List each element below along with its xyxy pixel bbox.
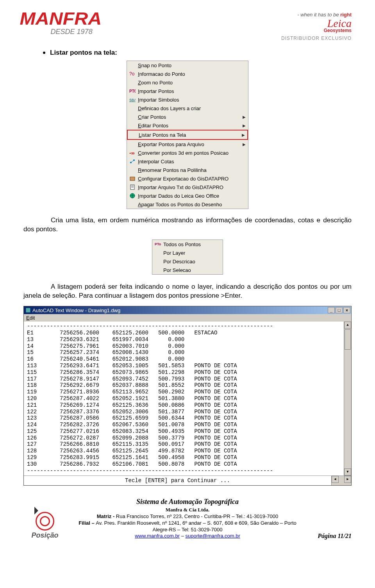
- text-output: ----------------------------------------…: [24, 322, 344, 475]
- menu-label: Por Descricao: [163, 259, 195, 265]
- prompt-text: Tecle [ENTER] para Continuar ...: [24, 476, 331, 485]
- scroll-down-icon[interactable]: ▼: [344, 468, 351, 475]
- menu-label: Importar Pontos: [138, 88, 243, 94]
- menu-item[interactable]: Configurar Exportacao do GisDATAPRO: [127, 174, 248, 183]
- autocad-icon: [25, 307, 31, 313]
- page-number: Página 11/21: [309, 533, 352, 540]
- menu-icon: PTo: [152, 241, 163, 247]
- scroll-up-icon[interactable]: ▲: [344, 322, 351, 329]
- menu-label: Exportar Pontos para Arquivo: [138, 141, 243, 147]
- menu-item[interactable]: Importar Arquivo Txt do GisDATAPRO: [127, 183, 248, 191]
- menu-icon: +30: [127, 148, 138, 157]
- svg-rect-7: [130, 177, 135, 181]
- menu-label: Importar Arquivo Txt do GisDATAPRO: [138, 184, 243, 190]
- leica-sub: Geosystems: [324, 28, 352, 33]
- company-name: Manfra & Cia Ltda.: [71, 507, 304, 513]
- menu-icon: PTO: [127, 87, 138, 95]
- menu-icon: [127, 174, 138, 183]
- menu-label: Apagar Todos os Pontos do Desenho: [138, 202, 243, 207]
- posicao-logo: Posição: [23, 510, 66, 540]
- menu-icon: [127, 78, 138, 87]
- context-menu-1: Snap no Ponto?oInformacao do PontoZoom n…: [127, 61, 248, 209]
- minimize-button[interactable]: _: [328, 307, 335, 313]
- menu-item[interactable]: Zoom no Ponto: [127, 78, 248, 87]
- menu-item[interactable]: Renomear Pontos na Polilinha: [127, 166, 248, 174]
- menu-icon: [127, 191, 138, 200]
- menu-item[interactable]: PToTodos os Pontos: [152, 240, 223, 248]
- menu-item[interactable]: Importar Dados do Leica Geo Office: [127, 191, 248, 200]
- leica-logo-block: - when it has to be right Leica Geosyste…: [281, 12, 352, 41]
- website-link[interactable]: www.manfra.com.br: [135, 533, 180, 539]
- menu-item[interactable]: Interpolar Cotas: [127, 157, 248, 166]
- page-header: MANFRA DESDE 1978 - when it has to be ri…: [23, 12, 352, 41]
- submenu-arrow-icon: ▶: [243, 142, 248, 147]
- menu-icon: [127, 157, 138, 166]
- menu-item[interactable]: Por Selecao: [152, 266, 223, 274]
- section-heading: Listar pontos na tela:: [43, 49, 352, 57]
- menu-icon: [128, 130, 139, 139]
- page-footer: Posição Sistema de Automação Topográfica…: [23, 497, 352, 540]
- horizontal-scrollbar[interactable]: ◄ ►: [331, 476, 351, 485]
- menu-item[interactable]: Apagar Todos os Pontos do Desenho: [127, 200, 248, 209]
- svg-text:+30: +30: [129, 152, 135, 155]
- tagline: - when it has to be right: [297, 12, 352, 18]
- menu-item[interactable]: Exportar Pontos para Arquivo▶: [127, 140, 248, 148]
- brand-name: MANFRA: [20, 12, 102, 25]
- context-menu-2: PToTodos os PontosPor LayerPor Descricao…: [152, 239, 223, 275]
- scroll-right-icon[interactable]: ►: [344, 476, 351, 483]
- menu-label: Configurar Exportacao do GisDATAPRO: [138, 176, 243, 182]
- edit-menu[interactable]: Edit: [24, 314, 351, 322]
- email-link[interactable]: suporte@manfra.com.br: [185, 533, 240, 539]
- maximize-button[interactable]: □: [336, 307, 343, 313]
- menu-item[interactable]: Snap no Ponto: [127, 61, 248, 70]
- vertical-scrollbar[interactable]: ▲ ▼: [344, 322, 351, 475]
- close-button[interactable]: ×: [343, 307, 350, 313]
- menu-label: Zoom no Ponto: [138, 80, 243, 86]
- menu-item[interactable]: SBAImportar Simbolos: [127, 95, 248, 104]
- menu-label: Por Selecao: [163, 267, 191, 273]
- menu-item[interactable]: Listar Pontos na Tela▶: [127, 130, 248, 140]
- menu-label: Renomear Pontos na Polilinha: [138, 167, 243, 173]
- paragraph-1: Cria uma lista, em ordem numérica mostra…: [23, 216, 352, 234]
- menu-item[interactable]: Por Descricao: [152, 257, 223, 266]
- paragraph-2: A listagem poderá ser feita indicando o …: [23, 282, 352, 300]
- menu-icon: [127, 104, 138, 113]
- menu-item[interactable]: PTOImportar Pontos: [127, 87, 248, 95]
- menu-label: Snap no Ponto: [138, 63, 243, 68]
- menu-item[interactable]: Editar Pontos▶: [127, 121, 248, 130]
- svg-line-6: [131, 160, 134, 163]
- menu-icon: [127, 113, 138, 121]
- menu-label: Converter pontos 3d em pontos Posicao: [138, 150, 243, 156]
- svg-text:?o: ?o: [129, 71, 135, 77]
- menu-icon: SBA: [127, 95, 138, 104]
- scroll-left-icon[interactable]: ◄: [332, 476, 339, 483]
- menu-icon: [127, 166, 138, 174]
- distributor-label: DISTRIBUIDOR EXCLUSIVO: [281, 36, 352, 41]
- brand-since: DESDE 1978: [51, 28, 93, 36]
- menu-icon: [127, 140, 138, 148]
- filial-line: Filial – Av. Pres. Franklin Roosevelt, n…: [71, 520, 304, 533]
- heading-text: Listar pontos na tela:: [50, 49, 117, 57]
- menu-label: Todos os Pontos: [163, 241, 201, 247]
- menu-label: Criar Pontos: [138, 114, 243, 120]
- menu-item[interactable]: Por Layer: [152, 248, 223, 257]
- system-name: Sistema de Automação Topográfica: [71, 497, 304, 506]
- menu-label: Por Layer: [163, 250, 185, 256]
- svg-rect-13: [26, 308, 30, 313]
- menu-label: Listar Pontos na Tela: [139, 132, 242, 138]
- menu-item[interactable]: ?oInformacao do Ponto: [127, 70, 248, 78]
- menu-item[interactable]: Criar Pontos▶: [127, 113, 248, 121]
- bullet-icon: [43, 52, 45, 54]
- autocad-text-window: AutoCAD Text Window - Drawing1.dwg _ □ ×…: [23, 306, 352, 486]
- menu-icon: [127, 121, 138, 130]
- scroll-thumb[interactable]: [345, 329, 351, 350]
- manfra-logo: MANFRA DESDE 1978: [23, 12, 98, 36]
- submenu-arrow-icon: ▶: [243, 123, 248, 128]
- menu-label: Importar Dados do Leica Geo Office: [138, 193, 243, 199]
- menu-item[interactable]: +30Converter pontos 3d em pontos Posicao: [127, 148, 248, 157]
- window-titlebar: AutoCAD Text Window - Drawing1.dwg _ □ ×: [24, 306, 351, 314]
- leica-brand: Leica: [327, 19, 352, 28]
- svg-text:SBA: SBA: [129, 98, 136, 102]
- menu-item[interactable]: Definicao dos Layers a criar: [127, 104, 248, 113]
- submenu-arrow-icon: ▶: [243, 115, 248, 119]
